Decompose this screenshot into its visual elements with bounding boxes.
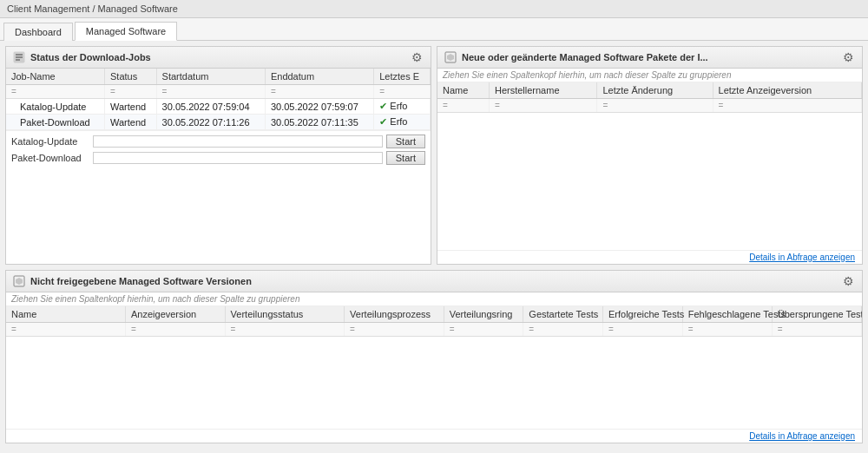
start-button-katalog[interactable]: Start — [386, 135, 425, 148]
jobs-table: Job-Name Status Startdatum Enddatum Letz… — [6, 69, 431, 130]
progress-bar-katalog — [93, 135, 383, 148]
table-row: Paket-Download Wartend 30.05.2022 07:11:… — [6, 115, 431, 130]
main-content: Status der Download-Jobs ⚙ Job-Name Stat… — [0, 41, 868, 449]
unreleased-icon — [13, 275, 25, 287]
breadcrumb: Client Management / Managed Software — [7, 3, 178, 14]
jobs-table-body: Katalog-Update Wartend 30.05.2022 07:59:… — [6, 99, 431, 130]
title-bar: Client Management / Managed Software — [0, 0, 868, 18]
tab-bar: Dashboard Managed Software — [0, 18, 868, 41]
ur-col-success: Erfolgreiche Tests — [603, 306, 683, 323]
unreleased-panel: Nicht freigegebene Managed Software Vers… — [5, 270, 863, 444]
progress-row-katalog: Katalog-Update Start — [11, 135, 425, 148]
new-packages-table: Name Herstellername Letzte Änderung Letz… — [437, 82, 862, 113]
tab-managed-software[interactable]: Managed Software — [75, 22, 177, 41]
svg-rect-3 — [16, 59, 20, 61]
jobs-table-wrap: Job-Name Status Startdatum Enddatum Letz… — [6, 69, 431, 130]
svg-rect-2 — [16, 56, 23, 58]
ur-col-dist-process: Verteilungsprozess — [345, 306, 444, 323]
unreleased-header-row: Name Anzeigeversion Verteilungsstatus Ve… — [6, 306, 862, 323]
new-packages-details-link[interactable]: Details in Abfrage anzeigen — [437, 250, 862, 264]
unreleased-table: Name Anzeigeversion Verteilungsstatus Ve… — [6, 306, 862, 337]
np-col-name: Name — [437, 82, 489, 99]
np-col-version: Letzte Anzeigeversion — [713, 82, 861, 99]
new-packages-table-scroll[interactable]: Name Herstellername Letzte Änderung Letz… — [437, 82, 862, 250]
col-job-name: Job-Name — [6, 69, 105, 85]
unreleased-details-link[interactable]: Details in Abfrage anzeigen — [6, 429, 862, 443]
ur-col-dist-ring: Verteilungsring — [444, 306, 523, 323]
download-jobs-gear-button[interactable]: ⚙ — [410, 50, 424, 64]
unreleased-group-hint: Ziehen Sie einen Spaltenkopf hierhin, um… — [6, 292, 862, 306]
start-button-paket[interactable]: Start — [386, 151, 425, 165]
progress-bar-paket — [93, 152, 383, 164]
new-packages-header-row: Name Herstellername Letzte Änderung Letz… — [437, 82, 862, 99]
table-row: Katalog-Update Wartend 30.05.2022 07:59:… — [6, 99, 431, 115]
unreleased-header: Nicht freigegebene Managed Software Vers… — [6, 271, 862, 292]
jobs-table-header-row: Job-Name Status Startdatum Enddatum Letz… — [6, 69, 431, 85]
new-packages-header: Neue oder geänderte Managed Software Pak… — [437, 47, 862, 69]
tab-dashboard[interactable]: Dashboard — [3, 23, 73, 41]
download-jobs-header: Status der Download-Jobs ⚙ — [6, 47, 431, 69]
new-packages-panel: Neue oder geänderte Managed Software Pak… — [437, 46, 863, 265]
progress-label-katalog: Katalog-Update — [11, 136, 89, 147]
progress-label-paket: Paket-Download — [11, 153, 89, 163]
progress-area: Katalog-Update Start Paket-Download Star… — [6, 130, 431, 171]
download-jobs-title: Status der Download-Jobs — [30, 52, 151, 62]
unreleased-table-scroll[interactable]: Name Anzeigeversion Verteilungsstatus Ve… — [6, 306, 862, 430]
np-col-vendor: Herstellername — [489, 82, 596, 99]
ur-col-name: Name — [6, 306, 126, 323]
ur-col-version: Anzeigeversion — [126, 306, 226, 323]
col-startdate: Startdatum — [156, 69, 265, 85]
col-last: Letztes E — [374, 69, 431, 85]
col-enddate: Enddatum — [265, 69, 373, 85]
np-filter-row: = = = = — [437, 99, 862, 113]
svg-rect-1 — [16, 54, 23, 56]
unreleased-title: Nicht freigegebene Managed Software Vers… — [30, 276, 252, 286]
download-icon — [13, 51, 25, 63]
col-status: Status — [105, 69, 157, 85]
new-packages-gear-button[interactable]: ⚙ — [841, 50, 855, 64]
ur-col-failed: Fehlgeschlagene Tests — [682, 306, 772, 323]
new-packages-title: Neue oder geänderte Managed Software Pak… — [462, 52, 708, 62]
new-packages-group-hint: Ziehen Sie einen Spaltenkopf hierhin, um… — [437, 69, 862, 82]
ur-col-started: Gestartete Tests — [523, 306, 603, 323]
jobs-filter-row: = = = = = — [6, 85, 431, 99]
ur-col-skipped: Übersprungene Tests — [772, 306, 861, 323]
packages-icon — [444, 51, 457, 63]
ur-filter-row: = = = = = = = = = — [6, 322, 862, 336]
np-col-change: Letzte Änderung — [597, 82, 713, 99]
download-jobs-panel: Status der Download-Jobs ⚙ Job-Name Stat… — [5, 46, 431, 265]
progress-row-paket: Paket-Download Start — [11, 151, 425, 165]
unreleased-gear-button[interactable]: ⚙ — [841, 274, 855, 288]
ur-col-dist-status: Verteilungsstatus — [225, 306, 345, 323]
